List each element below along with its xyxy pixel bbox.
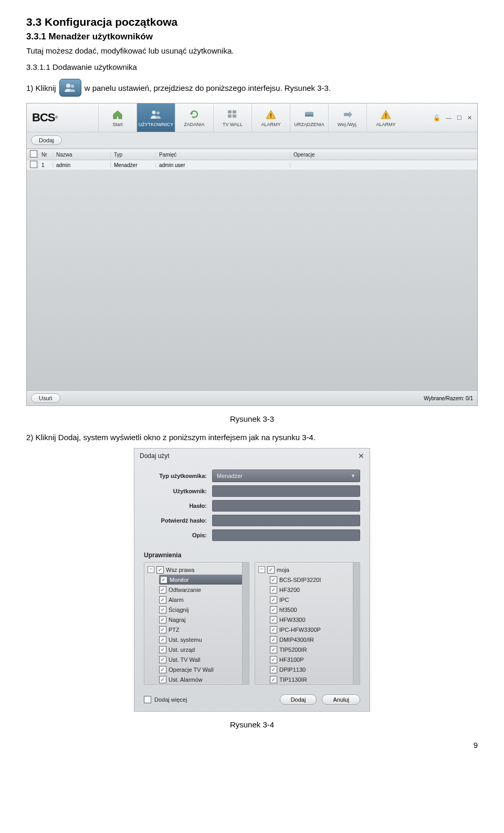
users-toolbar: Dodaj (27, 132, 477, 149)
tree-item[interactable]: ✓HFW3300 (270, 615, 356, 624)
description-input[interactable] (212, 529, 360, 541)
checkbox-icon[interactable]: ✓ (156, 566, 164, 574)
col-type: Typ (111, 152, 156, 158)
checkbox-icon[interactable]: ✓ (159, 626, 166, 633)
checkbox-icon[interactable]: ✓ (270, 626, 277, 633)
tree-item[interactable]: ✓Nagraj (159, 615, 246, 624)
tree-item[interactable]: ✓Ust. Alarmów (159, 674, 246, 684)
col-checkbox[interactable] (27, 150, 38, 159)
tree-item[interactable]: ✓Monitor (159, 575, 246, 585)
checkbox-icon[interactable]: ✓ (159, 586, 166, 593)
checkbox-icon[interactable]: ✓ (159, 646, 166, 653)
col-name: Nazwa (53, 152, 111, 158)
table-row[interactable]: 1 admin Menadżer admin user (27, 160, 477, 170)
tree-item[interactable]: ✓IPC (270, 595, 356, 605)
users-panel-icon (59, 79, 81, 97)
tree-root[interactable]: − ✓ Wsz prawa (148, 565, 246, 575)
tree-item-label: hf3500 (279, 607, 297, 613)
tree-root[interactable]: − ✓ moja (258, 565, 356, 575)
tree-item-label: IPC-HFW3300P (279, 627, 321, 633)
tree-item[interactable]: ✓TIP1130IR (270, 674, 356, 684)
collapse-icon[interactable]: − (258, 566, 265, 573)
checkbox-icon[interactable]: ✓ (270, 616, 277, 623)
checkbox-icon[interactable]: ✓ (159, 616, 166, 623)
scrollbar[interactable] (242, 563, 249, 684)
username-input[interactable] (212, 485, 360, 497)
nav-users-label: UŻYTKOWNICY (139, 122, 174, 127)
add-user-dialog: Dodaj użyt ✕ Typ użytkownika: Menadżer ▼… (134, 448, 370, 712)
nav-users[interactable]: UŻYTKOWNICY (136, 103, 175, 132)
tree-item[interactable]: ✓Ust. urząd (159, 644, 246, 654)
tree-item[interactable]: ✓Ust. systemu (159, 634, 246, 644)
tree-item-label: HF3100P (279, 657, 303, 663)
cell-type: Menadżer (111, 162, 156, 168)
tree-item[interactable]: ✓hf3500 (270, 605, 356, 615)
nav-io[interactable]: Wej./Wyj. (328, 103, 366, 132)
close-icon[interactable]: ✕ (358, 452, 364, 460)
checkbox-icon[interactable] (30, 161, 37, 168)
checkbox-icon[interactable]: ✓ (270, 666, 277, 673)
checkbox-icon[interactable] (144, 696, 151, 703)
io-icon (340, 108, 355, 121)
tree-item[interactable]: ✓Alarm (159, 595, 246, 605)
nav-alarms1[interactable]: ALARMY (251, 103, 290, 132)
nav-alarms2-label: ALARMY (376, 122, 395, 127)
label-username: Użytkownik: (144, 488, 212, 494)
checkbox-icon[interactable]: ✓ (270, 606, 277, 613)
nav-devices[interactable]: URZĄDZENIA (290, 103, 328, 132)
nav-tasks[interactable]: ZADANIA (175, 103, 213, 132)
add-button[interactable]: Dodaj (31, 136, 62, 145)
svg-rect-9 (270, 117, 271, 118)
password-input[interactable] (212, 500, 360, 512)
scrollbar[interactable] (353, 563, 360, 684)
checkbox-icon[interactable]: ✓ (270, 676, 277, 683)
tree-item[interactable]: ✓PTZ (159, 624, 246, 634)
permissions-right-tree[interactable]: − ✓ moja ✓BCS-SDIP3220I✓HF3200✓IPC✓hf350… (255, 562, 360, 685)
tree-item[interactable]: ✓Ust. TV Wall (159, 654, 246, 664)
add-more-option[interactable]: Dodaj więcej (144, 696, 187, 703)
nav-start[interactable]: Start (98, 103, 136, 132)
dialog-cancel-button[interactable]: Anuluj (322, 694, 360, 705)
checkbox-icon[interactable]: ✓ (270, 576, 277, 584)
delete-button[interactable]: Usuń (31, 393, 60, 403)
tree-item[interactable]: ✓Ściągnij (159, 605, 246, 615)
checkbox-icon[interactable]: ✓ (159, 676, 166, 683)
tree-item[interactable]: ✓TIP5200IR (270, 644, 356, 654)
checkbox-icon[interactable]: ✓ (270, 646, 277, 653)
minimize-icon[interactable]: — (446, 114, 452, 121)
checkbox-icon[interactable]: ✓ (270, 636, 277, 643)
lock-icon[interactable]: 🔓 (433, 114, 440, 121)
checkbox-icon[interactable]: ✓ (159, 666, 166, 673)
tree-item[interactable]: ✓BCS-SDIP3220I (270, 575, 356, 585)
maximize-icon[interactable]: ☐ (457, 114, 462, 121)
checkbox-icon[interactable] (30, 150, 37, 158)
checkbox-icon[interactable]: ✓ (159, 606, 166, 613)
confirm-password-input[interactable] (212, 515, 360, 526)
checkbox-icon[interactable]: ✓ (159, 636, 166, 643)
permissions-left-tree[interactable]: − ✓ Wsz prawa ✓Monitor✓Odtwarzanie✓Alarm… (144, 562, 249, 685)
tree-item[interactable]: ✓HF3100P (270, 654, 356, 664)
checkbox-icon[interactable]: ✓ (160, 576, 167, 584)
tree-item[interactable]: ✓HF3200 (270, 585, 356, 595)
checkbox-icon[interactable]: ✓ (267, 566, 275, 574)
user-type-select[interactable]: Menadżer ▼ (212, 470, 360, 482)
dialog-add-button[interactable]: Dodaj (280, 694, 317, 705)
subsubsection-heading: 3.3.1.1 Dodawanie użytkownika (26, 61, 478, 72)
step-1: 1) Kliknij w panelu ustawień, przejdzies… (26, 79, 478, 97)
checkbox-icon[interactable]: ✓ (270, 656, 277, 663)
tree-item[interactable]: ✓Odtwarzanie (159, 585, 246, 595)
checkbox-icon[interactable]: ✓ (159, 656, 166, 663)
collapse-icon[interactable]: − (148, 566, 154, 573)
checkbox-icon[interactable]: ✓ (159, 596, 166, 603)
checkbox-icon[interactable]: ✓ (270, 586, 277, 593)
tree-item[interactable]: ✓Operacje TV Wall (159, 664, 246, 674)
tree-item-label: Ust. Alarmów (169, 676, 203, 683)
nav-tvwall[interactable]: TV WALL (213, 103, 251, 132)
tree-item[interactable]: ✓DPIP1130 (270, 664, 356, 674)
nav-alarms2[interactable]: ALARMY (366, 103, 405, 132)
close-icon[interactable]: ✕ (467, 114, 472, 121)
tree-item[interactable]: ✓IPC-HFW3300P (270, 624, 356, 634)
svg-rect-6 (228, 114, 232, 118)
tree-item[interactable]: ✓DMIP4300/IR (270, 634, 356, 644)
checkbox-icon[interactable]: ✓ (270, 596, 277, 603)
